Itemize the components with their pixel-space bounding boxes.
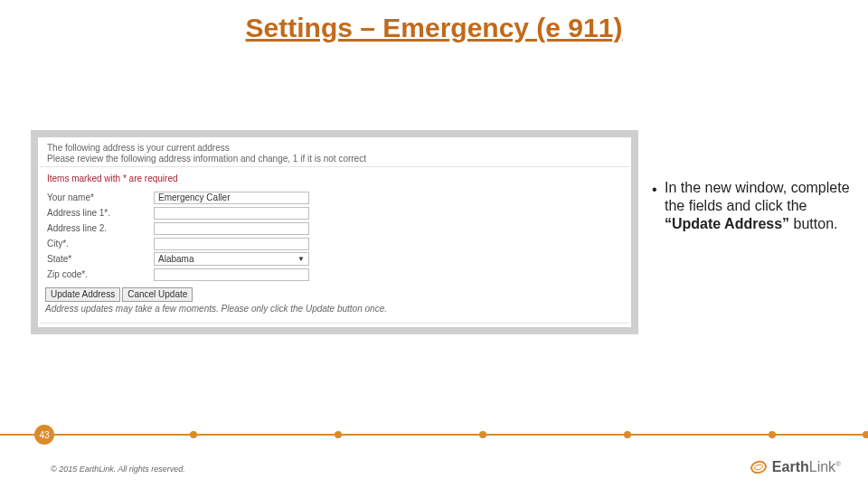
logo-text: EarthLink®: [772, 459, 841, 475]
slide-title: Settings – Emergency (e 911): [0, 13, 868, 43]
footer-dot: [479, 431, 486, 438]
zip-input[interactable]: [154, 268, 309, 281]
state-select[interactable]: Alabama ▼: [154, 252, 309, 266]
address1-label: Address line 1*.: [47, 208, 154, 218]
zip-label: Zip code*.: [47, 269, 154, 279]
city-label: City*.: [47, 239, 154, 249]
city-input[interactable]: [154, 238, 309, 250]
state-label: State*: [47, 254, 154, 264]
page-number-badge: 43: [34, 425, 54, 445]
bullet-text-bold: “Update Address”: [665, 216, 789, 231]
earthlink-logo: EarthLink®: [750, 459, 841, 475]
bullet-text-prefix: In the new window, complete the fields a…: [665, 180, 850, 213]
divider: [40, 323, 629, 324]
state-select-value: Alabama: [158, 254, 193, 264]
chevron-down-icon: ▼: [297, 255, 305, 263]
instruction-bullet: • In the new window, complete the fields…: [665, 179, 854, 233]
divider: [40, 166, 629, 167]
current-address-heading: The following address is your current ad…: [47, 143, 230, 153]
address1-input[interactable]: [154, 207, 309, 220]
footer-dot: [190, 431, 197, 438]
globe-icon: [749, 459, 768, 475]
logo-text-light: Link: [809, 459, 835, 474]
address2-label: Address line 2.: [47, 223, 154, 233]
update-footnote: Address updates may take a few moments. …: [45, 304, 387, 314]
logo-text-bold: Earth: [772, 459, 809, 474]
footer-dot: [335, 431, 342, 438]
address-form: Your name* Emergency Caller Address line…: [47, 190, 391, 282]
footer-dot: [769, 431, 776, 438]
bullet-text-suffix: button.: [789, 216, 837, 231]
footer-dot: [863, 431, 868, 438]
required-note: Items marked with * are required: [47, 174, 178, 183]
registered-mark-icon: ®: [835, 460, 841, 468]
e911-form-screenshot: The following address is your current ad…: [31, 130, 638, 334]
update-address-button[interactable]: Update Address: [45, 287, 120, 302]
cancel-update-button[interactable]: Cancel Update: [122, 287, 193, 302]
address2-input[interactable]: [154, 222, 309, 235]
bullet-icon: •: [652, 181, 657, 199]
name-input[interactable]: Emergency Caller: [154, 192, 309, 204]
name-label: Your name*: [47, 192, 154, 202]
copyright-text: © 2015 EarthLink. All rights reserved.: [51, 465, 185, 474]
footer-divider: [0, 434, 868, 436]
review-instruction: Please review the following address info…: [47, 154, 366, 164]
footer-dot: [624, 431, 631, 438]
